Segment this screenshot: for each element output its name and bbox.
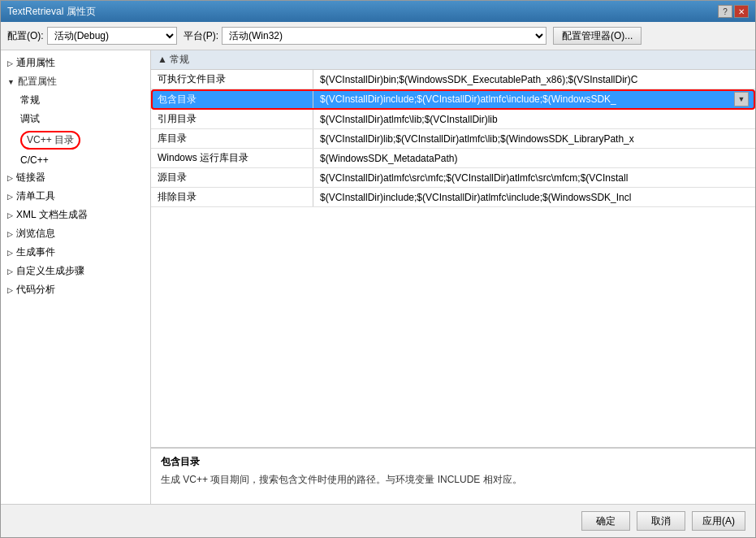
config-manager-button[interactable]: 配置管理器(O)...	[553, 27, 642, 45]
footer: 确定 取消 应用(A)	[1, 504, 755, 537]
prop-row-exe_dirs[interactable]: 可执行文件目录$(VCInstallDir)bin;$(WindowsSDK_E…	[151, 70, 755, 89]
tree-item-buildevt[interactable]: ▷生成事件	[1, 243, 150, 262]
platform-group: 平台(P): 活动(Win32)	[184, 27, 546, 45]
prop-value-text-winrt_dirs: $(WindowsSDK_MetadataPath)	[320, 153, 749, 164]
prop-value-text-src_dirs: $(VCInstallDir)atlmfc\src\mfc;$(VCInstal…	[320, 172, 749, 184]
config-label: 配置(O):	[7, 29, 44, 43]
tree-item-linker[interactable]: ▷链接器	[1, 168, 150, 187]
config-select[interactable]: 活动(Debug)	[47, 27, 177, 45]
prop-dropdown-include_dirs[interactable]: ▼	[734, 92, 749, 106]
prop-name-exe_dirs: 可执行文件目录	[151, 70, 313, 89]
close-button[interactable]: ✕	[734, 5, 749, 18]
platform-label: 平台(P):	[184, 29, 218, 43]
toolbar: 配置(O): 活动(Debug) 平台(P): 活动(Win32) 配置管理器(…	[1, 22, 755, 50]
help-button[interactable]: ?	[718, 5, 732, 18]
dialog-title: TextRetrieval 属性页	[7, 5, 96, 19]
apply-button[interactable]: 应用(A)	[692, 511, 745, 531]
tree-item-general2[interactable]: 常规	[1, 91, 150, 110]
tree-item-general[interactable]: ▷通用属性	[1, 54, 150, 72]
right-panel: ▲ 常规 可执行文件目录$(VCInstallDir)bin;$(Windows…	[151, 50, 755, 504]
prop-row-src_dirs[interactable]: 源目录$(VCInstallDir)atlmfc\src\mfc;$(VCIns…	[151, 168, 755, 188]
description-area: 包含目录 生成 VC++ 项目期间，搜索包含文件时使用的路径。与环境变量 INC…	[151, 447, 755, 504]
tree-item-xmldoc[interactable]: ▷XML 文档生成器	[1, 206, 150, 224]
config-group: 配置(O): 活动(Debug)	[7, 27, 177, 45]
cancel-button[interactable]: 取消	[637, 511, 685, 531]
prop-value-text-ref_dirs: $(VCInstallDir)atlmfc\lib;$(VCInstallDir…	[320, 114, 749, 125]
prop-value-include_dirs: $(VCInstallDir)include;$(VCInstallDir)at…	[313, 89, 755, 109]
prop-name-lib_dirs: 库目录	[151, 129, 313, 148]
prop-value-src_dirs: $(VCInstallDir)atlmfc\src\mfc;$(VCInstal…	[313, 168, 755, 187]
prop-row-ref_dirs[interactable]: 引用目录$(VCInstallDir)atlmfc\lib;$(VCInstal…	[151, 110, 755, 129]
main-dialog: TextRetrieval 属性页 ? ✕ 配置(O): 活动(Debug) 平…	[0, 0, 756, 538]
desc-title: 包含目录	[161, 455, 745, 469]
prop-name-winrt_dirs: Windows 运行库目录	[151, 149, 313, 167]
prop-row-winrt_dirs[interactable]: Windows 运行库目录$(WindowsSDK_MetadataPath)	[151, 149, 755, 168]
main-content: ▷通用属性▼配置属性常规调试VC++ 目录C/C++▷链接器▷清单工具▷XML …	[1, 50, 755, 504]
prop-row-excl_dirs[interactable]: 排除目录$(VCInstallDir)include;$(VCInstallDi…	[151, 188, 755, 207]
prop-name-src_dirs: 源目录	[151, 168, 313, 187]
props-table: 可执行文件目录$(VCInstallDir)bin;$(WindowsSDK_E…	[151, 70, 755, 447]
prop-name-excl_dirs: 排除目录	[151, 188, 313, 206]
tree-item-debug[interactable]: 调试	[1, 110, 150, 128]
section-header: ▲ 常规	[151, 50, 755, 70]
prop-value-ref_dirs: $(VCInstallDir)atlmfc\lib;$(VCInstallDir…	[313, 110, 755, 128]
tree-item-browse[interactable]: ▷浏览信息	[1, 224, 150, 243]
ok-button[interactable]: 确定	[581, 511, 630, 531]
left-panel: ▷通用属性▼配置属性常规调试VC++ 目录C/C++▷链接器▷清单工具▷XML …	[1, 50, 151, 504]
prop-value-text-include_dirs: $(VCInstallDir)include;$(VCInstallDir)at…	[320, 93, 732, 105]
desc-text: 生成 VC++ 项目期间，搜索包含文件时使用的路径。与环境变量 INCLUDE …	[161, 472, 745, 487]
prop-value-winrt_dirs: $(WindowsSDK_MetadataPath)	[313, 149, 755, 167]
prop-name-ref_dirs: 引用目录	[151, 110, 313, 128]
tree-item-custbuild[interactable]: ▷自定义生成步骤	[1, 262, 150, 280]
titlebar: TextRetrieval 属性页 ? ✕	[1, 1, 755, 22]
tree-item-config[interactable]: ▼配置属性	[1, 72, 150, 91]
prop-value-text-excl_dirs: $(VCInstallDir)include;$(VCInstallDir)at…	[320, 192, 749, 203]
tree-item-vcpp[interactable]: VC++ 目录	[1, 128, 150, 152]
prop-name-include_dirs: 包含目录	[151, 89, 313, 109]
titlebar-buttons: ? ✕	[718, 5, 749, 18]
tree-item-codeanalysis[interactable]: ▷代码分析	[1, 280, 150, 299]
prop-row-lib_dirs[interactable]: 库目录$(VCInstallDir)lib;$(VCInstallDir)atl…	[151, 129, 755, 149]
tree-item-cpp[interactable]: C/C++	[1, 152, 150, 168]
prop-value-excl_dirs: $(VCInstallDir)include;$(VCInstallDir)at…	[313, 188, 755, 206]
prop-value-text-lib_dirs: $(VCInstallDir)lib;$(VCInstallDir)atlmfc…	[320, 133, 749, 145]
prop-row-include_dirs[interactable]: 包含目录$(VCInstallDir)include;$(VCInstallDi…	[151, 89, 755, 110]
tree-item-manifest[interactable]: ▷清单工具	[1, 187, 150, 206]
platform-select[interactable]: 活动(Win32)	[222, 27, 546, 45]
prop-value-lib_dirs: $(VCInstallDir)lib;$(VCInstallDir)atlmfc…	[313, 129, 755, 148]
prop-value-exe_dirs: $(VCInstallDir)bin;$(WindowsSDK_Executab…	[313, 70, 755, 89]
prop-value-text-exe_dirs: $(VCInstallDir)bin;$(WindowsSDK_Executab…	[320, 74, 749, 85]
